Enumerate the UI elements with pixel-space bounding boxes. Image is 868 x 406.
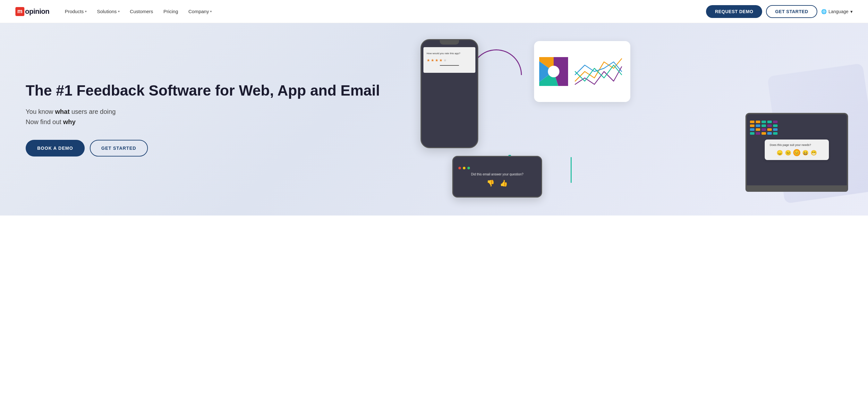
nav-item-pricing[interactable]: Pricing [159,6,182,17]
emoji-sad: 😐 [785,150,791,156]
emoji-very-sad: 😞 [777,150,783,156]
teal-connector [571,157,571,183]
hero-get-started-button[interactable]: GET STARTED [90,140,148,156]
hero-title: The #1 Feedback Software for Web, App an… [26,82,398,99]
chevron-down-icon: ▾ [210,10,212,13]
emoji-very-happy: 😁 [811,150,817,156]
laptop-base [745,187,848,192]
star-1: ★ [427,58,430,63]
line-chart [572,52,623,91]
logo[interactable]: m opinion [16,7,50,16]
nav-item-products[interactable]: Products ▾ [61,6,90,17]
dot-green [467,167,470,169]
phone-feedback-question: How would you rate this app? [427,52,472,55]
hero-section: The #1 Feedback Software for Web, App an… [0,23,868,216]
email-device: Did this email answer your question? 👎 👍 [452,156,542,197]
book-demo-button[interactable]: BOOK A DEMO [26,140,85,156]
svg-point-4 [548,66,559,77]
phone-screen: How would you rate this app? ★ ★ ★ ★ ★ [424,47,475,72]
phone-device: How would you rate this app? ★ ★ ★ ★ ★ [421,39,478,148]
email-thumbs: 👎 👍 [487,179,508,187]
line-chart-area [568,46,625,97]
request-demo-button[interactable]: REQUEST DEMO [706,5,763,18]
navbar: m opinion Products ▾ Solutions ▾ Custome… [0,0,868,23]
grid-decoration [750,121,778,135]
emoji-happy: 😄 [802,150,809,156]
email-feedback-question: Did this email answer your question? [471,173,524,176]
phone-line [440,65,459,66]
language-button[interactable]: 🌐 Language ▾ [821,9,852,14]
laptop-screen: Does this page suit your needs? 😞 😐 😊 😄 … [745,113,848,187]
nav-item-company[interactable]: Company ▾ [184,6,216,17]
window-dots [458,167,470,169]
emoji-rating-row: 😞 😐 😊 😄 😁 [770,149,824,156]
logo-text: opinion [25,7,50,16]
nav-actions: REQUEST DEMO GET STARTED 🌐 Language ▾ [706,5,852,18]
emoji-neutral-active: 😊 [793,149,800,156]
nav-links: Products ▾ Solutions ▾ Customers Pricing… [61,6,706,17]
thumbs-down-icon: 👎 [487,179,495,187]
logo-icon: m [16,7,24,16]
star-2: ★ [431,58,434,63]
laptop-feedback-question: Does this page suit your needs? [770,143,824,147]
hero-left: The #1 Feedback Software for Web, App an… [26,82,398,157]
dot-yellow [463,167,465,169]
chevron-down-icon: ▾ [850,9,852,14]
dot-red [458,167,461,169]
chevron-down-icon: ▾ [85,10,87,13]
chart-card [534,41,630,102]
phone-star-rating: ★ ★ ★ ★ ★ [427,58,472,63]
hero-subtitle: You know what users are doing Now find o… [26,106,398,127]
get-started-button[interactable]: GET STARTED [766,5,817,18]
pie-chart [539,57,568,86]
star-4: ★ [439,58,443,63]
chevron-down-icon: ▾ [118,10,120,13]
phone-notch [440,40,459,44]
hero-buttons: BOOK A DEMO GET STARTED [26,140,398,156]
globe-icon: 🌐 [821,9,827,14]
nav-item-solutions[interactable]: Solutions ▾ [93,6,124,17]
laptop-device: Does this page suit your needs? 😞 😐 😊 😄 … [745,113,848,203]
star-5: ★ [443,58,447,63]
star-3: ★ [435,58,438,63]
thumbs-up-icon: 👍 [500,179,508,187]
laptop-feedback-widget: Does this page suit your needs? 😞 😐 😊 😄 … [765,139,829,160]
hero-illustration: How would you rate this app? ★ ★ ★ ★ ★ [398,36,852,203]
nav-item-customers[interactable]: Customers [126,6,157,17]
